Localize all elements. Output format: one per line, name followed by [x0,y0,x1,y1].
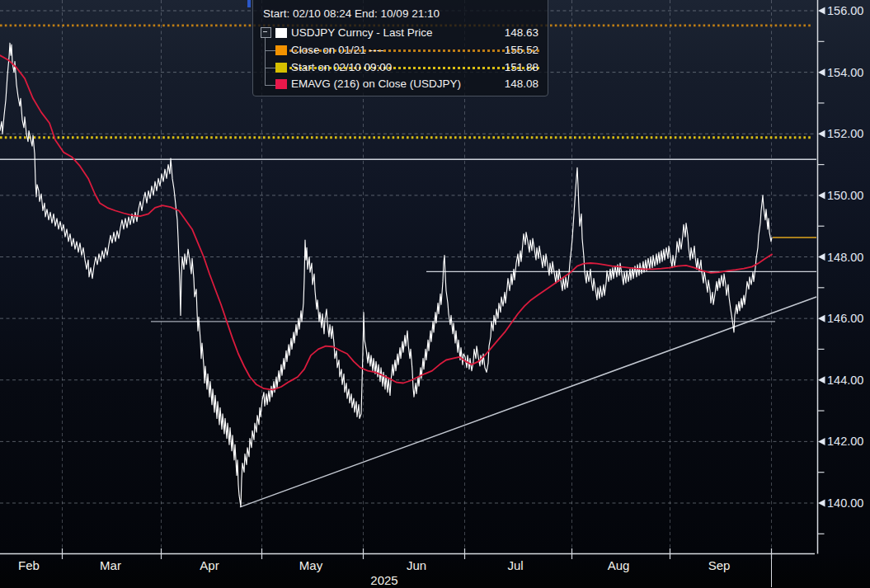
y-axis-label-144.00: 144.00 [827,374,863,387]
y-axis-label-146.00: 146.00 [827,312,863,325]
legend-row-emavg[interactable]: EMAVG (216) on Close (USDJPY) 148.08 [253,76,548,92]
legend-label: Start on 02/10 09:00 [291,59,392,76]
x-axis-label-Feb: Feb [18,558,40,572]
y-axis-label-142.00: 142.00 [827,435,863,448]
legend-tree-stub [265,50,275,51]
x-axis-year-label: 2025 [370,573,397,587]
y-axis-arrow-icon [818,191,825,199]
x-axis-label-Mar: Mar [100,558,121,572]
usdjpy-swatch-icon [275,28,287,38]
y-axis-arrow-icon [818,68,825,76]
y-axis-arrow-icon [818,438,825,445]
y-axis-label-150.00: 150.00 [827,189,863,202]
legend-value: 155.52 [505,42,538,59]
legend-row-usdjpy[interactable]: USDJPY Curncy - Last Price 148.63 [253,25,548,41]
y-axis-arrow-icon [818,253,825,261]
legend-tree-stub [265,68,275,68]
legend-tree-line [265,37,266,86]
legend-row-start-line[interactable]: Start on 02/10 09:00 151.88 [253,59,548,76]
legend-value: 148.63 [505,25,538,41]
x-axis-label-Sep: Sep [708,558,731,572]
close-line-swatch-icon [275,45,287,55]
y-axis-label-152.00: 152.00 [827,127,863,140]
y-axis-label-156.00: 156.00 [827,4,863,17]
y-axis-label-148.00: 148.00 [827,251,863,264]
legend-label: USDJPY Curncy - Last Price [291,25,433,41]
y-axis-label-140.00: 140.00 [827,496,863,510]
trend-line[interactable] [240,297,816,507]
legend-label: EMAVG (216) on Close (USDJPY) [291,76,461,92]
legend-value: 151.88 [505,59,538,76]
x-axis-label-Jun: Jun [407,558,426,572]
x-axis-label-Aug: Aug [608,558,630,572]
legend-label: Close on 01/21 ---- [291,42,384,59]
y-axis-label-154.00: 154.00 [827,66,863,79]
legend-date-range: Start: 02/10 08:24 End: 10/09 21:10 [263,6,440,22]
emavg-swatch-icon [275,79,287,89]
x-axis-label-May: May [299,558,323,572]
x-axis-label-Jul: Jul [507,558,523,572]
y-axis-arrow-icon [818,7,825,15]
y-axis-arrow-icon [818,376,825,383]
legend-row-close-line[interactable]: Close on 01/21 ---- 155.52 [253,42,548,59]
legend-tree-stub [265,85,275,86]
legend-collapse-icon[interactable] [261,27,271,38]
chart-legend[interactable]: Start: 02/10 08:24 End: 10/09 21:10 USDJ… [252,0,548,96]
legend-value: 148.08 [505,76,538,92]
selection-artifact [247,0,251,7]
y-axis-arrow-icon [818,315,825,322]
price-line [0,43,772,506]
chart-canvas[interactable]: 156.00154.00152.00150.00148.00146.00144.… [0,0,870,588]
ema-line [0,55,772,390]
start-line-swatch-icon [275,63,287,73]
y-axis-arrow-icon [818,130,825,138]
x-axis-label-Apr: Apr [200,558,219,572]
y-axis-arrow-icon [818,500,825,507]
